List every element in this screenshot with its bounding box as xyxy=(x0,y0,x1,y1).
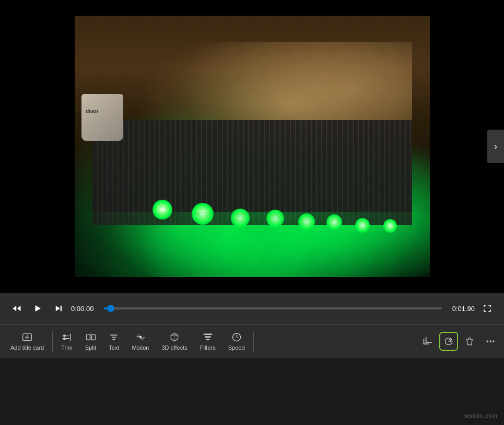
total-time: 0:01.90 xyxy=(446,305,475,313)
progress-fill xyxy=(104,307,111,309)
rewind-button[interactable] xyxy=(8,300,25,317)
svg-marker-3 xyxy=(56,306,60,312)
progress-thumb[interactable] xyxy=(107,305,114,312)
trim-icon xyxy=(62,332,72,342)
mug xyxy=(81,94,123,141)
progress-track[interactable] xyxy=(104,307,442,309)
delete-icon xyxy=(464,336,475,347)
led-glow xyxy=(75,212,430,277)
toolbar-right xyxy=(418,332,500,351)
more-options-icon xyxy=(485,336,496,347)
step-forward-button[interactable] xyxy=(50,300,67,317)
filters-icon xyxy=(203,332,213,342)
play-icon xyxy=(33,304,42,313)
svg-rect-15 xyxy=(91,335,95,340)
toolbar-item-add-title-card[interactable]: Add title card xyxy=(4,329,50,354)
mark-in-icon xyxy=(443,336,454,347)
svg-rect-23 xyxy=(206,339,209,340)
svg-marker-2 xyxy=(36,305,41,312)
keyboard-overlay xyxy=(92,120,412,225)
text-icon xyxy=(109,332,119,342)
toolbar-item-text[interactable]: Text xyxy=(102,329,125,354)
svg-rect-12 xyxy=(63,338,65,340)
3d-effects-label: 3D effects xyxy=(161,344,187,351)
trim-label: Trim xyxy=(61,344,73,351)
add-title-card-label: Add title card xyxy=(10,344,44,351)
speed-icon xyxy=(231,332,242,342)
svg-rect-14 xyxy=(86,335,90,340)
svg-point-28 xyxy=(489,340,491,342)
toolbar-divider-1 xyxy=(52,331,53,352)
delete-button[interactable] xyxy=(460,332,479,351)
crop-button[interactable] xyxy=(418,332,437,351)
motion-label: Motion xyxy=(132,344,149,351)
filters-label: Filters xyxy=(200,344,216,351)
fullscreen-icon xyxy=(483,304,492,313)
motion-icon xyxy=(135,332,146,342)
toolbar-item-trim[interactable]: Trim xyxy=(55,329,79,354)
split-label: Split xyxy=(85,344,96,351)
svg-point-27 xyxy=(487,340,488,342)
effects3d-icon xyxy=(169,332,180,342)
watermark: wsxdn.com xyxy=(464,412,498,419)
step-forward-icon xyxy=(54,304,63,313)
split-icon xyxy=(86,332,96,342)
controls-bar: 0:00.00 0:01.90 xyxy=(0,293,504,324)
svg-marker-1 xyxy=(17,306,21,312)
toolbar-divider-2 xyxy=(253,331,254,352)
toolbar-item-filters[interactable]: Filters xyxy=(194,329,222,354)
toolbar-item-3d-effects[interactable]: 3D effects xyxy=(155,329,193,354)
toolbar-item-speed[interactable]: Speed xyxy=(222,329,251,354)
toolbar: Add title card Trim Split xyxy=(0,324,504,358)
current-time: 0:00.00 xyxy=(71,305,100,313)
title-icon xyxy=(22,332,32,342)
svg-rect-11 xyxy=(63,335,65,337)
toolbar-item-motion[interactable]: Motion xyxy=(125,329,155,354)
svg-line-25 xyxy=(233,336,234,337)
crop-icon xyxy=(423,336,433,347)
video-frame xyxy=(75,16,430,277)
svg-rect-4 xyxy=(61,306,62,312)
video-container: › xyxy=(0,0,504,293)
rewind-icon xyxy=(12,304,21,313)
svg-point-29 xyxy=(493,340,494,342)
mark-in-button[interactable] xyxy=(439,332,458,351)
fullscreen-button[interactable] xyxy=(479,300,496,317)
speed-label: Speed xyxy=(228,344,245,351)
more-options-button[interactable] xyxy=(481,332,500,351)
svg-marker-0 xyxy=(13,306,17,312)
svg-rect-21 xyxy=(203,334,212,335)
side-arrow-button[interactable]: › xyxy=(487,130,504,163)
toolbar-item-split[interactable]: Split xyxy=(79,329,102,354)
svg-rect-22 xyxy=(205,336,211,338)
play-button[interactable] xyxy=(29,300,46,317)
text-label: Text xyxy=(109,344,119,351)
